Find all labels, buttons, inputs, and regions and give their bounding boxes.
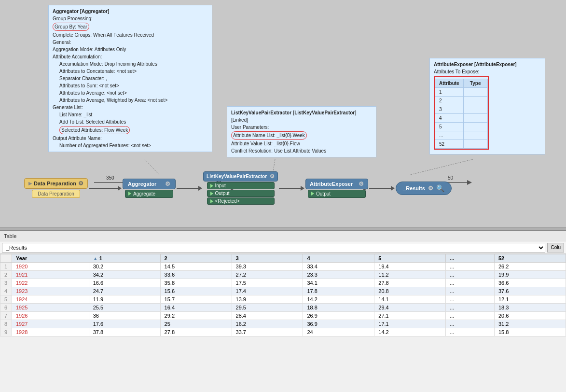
- attr-val-4: 4: [435, 114, 464, 123]
- cell-c52: 18.3: [494, 304, 566, 312]
- cell-c5: 14.1: [374, 295, 446, 304]
- cell-rownum: 8: [0, 320, 12, 328]
- attr-val-52: 52: [435, 140, 464, 149]
- column-button[interactable]: Colu: [547, 243, 564, 252]
- cell-c5: 27.8: [374, 279, 446, 287]
- group-processing-label: Group Processing:: [53, 15, 208, 22]
- cell-c4: 23.3: [303, 271, 374, 279]
- results-label: _Results: [403, 185, 425, 191]
- results-dropdown[interactable]: _Results: [2, 243, 545, 252]
- cell-c3: 17.4: [232, 287, 303, 295]
- listkv-port-input: Input: [215, 183, 226, 188]
- data-prep-gear[interactable]: ⚙: [78, 180, 83, 187]
- attrexposer-node-label: AttributeExposer: [310, 181, 353, 187]
- cell-c4: 14.2: [303, 295, 374, 304]
- results-search-icon[interactable]: 🔍: [436, 184, 444, 192]
- listkv-node[interactable]: ListKeyValuePairExtractor ⚙ Input Output…: [203, 171, 278, 205]
- cell-c2: 15.7: [160, 295, 232, 304]
- cell-c5: 29.4: [374, 304, 446, 312]
- cell-c2: 35.8: [160, 279, 232, 287]
- aggregator-node[interactable]: Aggregator ⚙ Aggregate: [123, 179, 176, 198]
- attrs-sum: Attributes to Sum: <not set>: [59, 82, 208, 89]
- cell-c2: 16.4: [160, 304, 232, 312]
- cell-c4: 34.1: [303, 279, 374, 287]
- attrs-to-expose-label: Attributes To Expose:: [434, 68, 541, 75]
- connector-50c: [369, 186, 395, 191]
- cell-cdot: ...: [446, 263, 495, 271]
- listkv-tooltip: ListKeyValuePairExtractor [ListKeyValueP…: [227, 106, 376, 157]
- attr-val-2: 2: [435, 97, 464, 105]
- attr-row-dots: ...: [435, 131, 488, 140]
- attr-row-1: 1: [435, 88, 488, 97]
- cell-c2: 27.8: [160, 328, 232, 336]
- table-row: 2 1921 34.2 33.6 27.2 23.3 11.2 ... 19.9: [0, 271, 566, 279]
- canvas-area: Aggregator [Aggregator] Group Processing…: [0, 0, 566, 227]
- cell-c3: 27.2: [232, 271, 303, 279]
- cell-c3: 29.5: [232, 304, 303, 312]
- attr-val-1: 1: [435, 88, 464, 97]
- panel-divider: [0, 227, 566, 231]
- listkv-port-rejected: <Rejected>: [215, 198, 240, 204]
- header-col52: 52: [494, 254, 566, 263]
- attrexposer-node[interactable]: AttributeExposer ⚙ Output: [305, 179, 368, 198]
- cell-cdot: ...: [446, 271, 495, 279]
- data-prep-node[interactable]: ▶ Data Preparation ⚙ Data Preparation: [24, 178, 88, 198]
- cell-c3: 13.9: [232, 295, 303, 304]
- type-col-header: Type: [463, 79, 487, 88]
- cell-rownum: 1: [0, 263, 12, 271]
- table-row: 4 1923 24.7 15.6 17.4 17.8 20.8 ... 37.6: [0, 287, 566, 295]
- cell-c2: 15.6: [160, 287, 232, 295]
- cell-cdot: ...: [446, 295, 495, 304]
- data-prep-sub-label: Data Preparation: [38, 191, 74, 196]
- attrexposer-gear-icon[interactable]: ⚙: [359, 181, 364, 187]
- attr-name-list-highlight: Attribute Name List: _list{0}.Week: [231, 131, 307, 140]
- cell-rownum: 6: [0, 304, 12, 312]
- results-gear-icon[interactable]: ⚙: [428, 185, 433, 192]
- cell-year: 1927: [12, 320, 89, 328]
- cell-c4: 17.8: [303, 287, 374, 295]
- col-button-label: Colu: [551, 245, 561, 250]
- aggregator-gear-icon[interactable]: ⚙: [165, 181, 170, 187]
- cell-c4: 26.9: [303, 312, 374, 320]
- header-col4: 4: [303, 254, 374, 263]
- cell-year: 1920: [12, 263, 89, 271]
- table-row: 7 1926 36 29.2 28.4 26.9 27.1 ... 20.6: [0, 312, 566, 320]
- table-header-row: Year ▲ 1 2 3 4 5 ... 52: [0, 254, 566, 263]
- listkv-title: ListKeyValuePairExtractor [ListKeyValueP…: [231, 109, 372, 116]
- connector-50b: [279, 186, 304, 191]
- cell-c4: 33.4: [303, 263, 374, 271]
- header-col2: 2: [160, 254, 232, 263]
- cell-c1: 11.9: [89, 295, 160, 304]
- cell-c5: 20.8: [374, 287, 446, 295]
- cell-c4: 24: [303, 328, 374, 336]
- listkv-port-output: Output: [215, 191, 230, 196]
- cell-c2: 14.5: [160, 263, 232, 271]
- cell-year: 1921: [12, 271, 89, 279]
- cell-year: 1925: [12, 304, 89, 312]
- cell-c52: 37.6: [494, 287, 566, 295]
- cell-c1: 17.6: [89, 320, 160, 328]
- table-scroll-container[interactable]: Year ▲ 1 2 3 4 5 ... 52 1 1920 30.2 14.5…: [0, 254, 566, 336]
- cell-c3: 28.4: [232, 312, 303, 320]
- cell-rownum: 9: [0, 328, 12, 336]
- cell-c52: 19.9: [494, 271, 566, 279]
- attrs-concat: Attributes to Concatenate: <not set>: [59, 68, 208, 75]
- listkv-gear-icon[interactable]: ⚙: [270, 173, 275, 180]
- table-selector-row: _Results Colu: [0, 241, 566, 254]
- cell-c1: 36: [89, 312, 160, 320]
- cell-cdot: ...: [446, 287, 495, 295]
- cell-c4: 36.9: [303, 320, 374, 328]
- cell-c5: 27.1: [374, 312, 446, 320]
- attr-col-header: Attribute: [435, 79, 464, 88]
- cell-c3: 39.3: [232, 263, 303, 271]
- cell-rownum: 3: [0, 279, 12, 287]
- cell-c1: 34.2: [89, 271, 160, 279]
- cell-c5: 11.2: [374, 271, 446, 279]
- output-attr-label: Output Attribute Name:: [53, 135, 208, 142]
- conflict-resolution: Conflict Resolution: Use List Attribute …: [231, 147, 372, 154]
- cell-cdot: ...: [446, 320, 495, 328]
- cell-c52: 15.8: [494, 328, 566, 336]
- attr-row-4: 4: [435, 114, 488, 123]
- results-node[interactable]: _Results ⚙ 🔍: [396, 182, 452, 195]
- general-label: General:: [53, 39, 208, 46]
